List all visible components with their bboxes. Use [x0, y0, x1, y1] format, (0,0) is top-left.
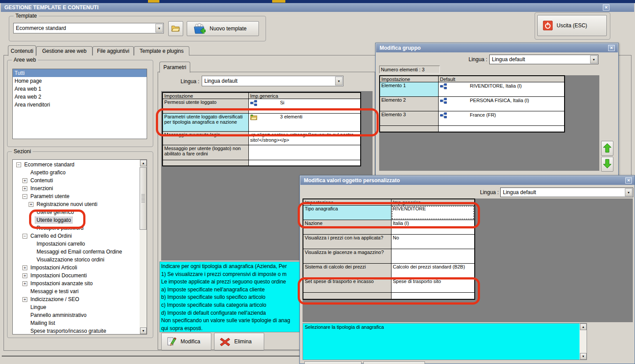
- sezioni-tree[interactable]: −Ecommerce standardAspetto grafico+Conte…: [12, 159, 147, 335]
- chevron-down-icon[interactable]: ▼: [590, 55, 598, 63]
- tree-item[interactable]: +Impostazioni avanzate sito: [13, 279, 139, 287]
- table-row[interactable]: [303, 293, 474, 299]
- tree-item[interactable]: −Carrello ed Ordini: [13, 232, 139, 240]
- tree-item[interactable]: +Inserzioni: [13, 184, 139, 192]
- setting-value[interactable]: Italia (I): [391, 220, 474, 234]
- main-close-button[interactable]: ✕: [603, 4, 609, 11]
- new-template-button[interactable]: Nuovo template: [187, 21, 259, 36]
- table-row[interactable]: Elemento 1RIVENDITORE, Italia (I): [380, 82, 564, 97]
- tree-item[interactable]: Spese trasporto/incasso gratuite: [13, 327, 139, 335]
- table-row[interactable]: [380, 126, 564, 132]
- setting-value[interactable]: No: [391, 235, 474, 249]
- tab-template-e-plugins[interactable]: Template e plugins: [134, 46, 189, 55]
- setting-value[interactable]: Si: [249, 99, 360, 113]
- move-up-button[interactable]: [601, 141, 613, 156]
- tree-item[interactable]: Aspetto grafico: [13, 169, 139, 176]
- tree-expander-icon[interactable]: +: [22, 297, 27, 302]
- setting-value[interactable]: Spese di trasporto sito: [391, 278, 474, 292]
- setting-value[interactable]: 3 elementi: [249, 114, 360, 131]
- tree-scrollbar-thumb[interactable]: [140, 167, 147, 230]
- tree-item[interactable]: Mailing list: [13, 319, 139, 327]
- tree-item[interactable]: Messaggi e testi vari: [13, 287, 139, 295]
- table-row[interactable]: Messaggio per utente (loggato) non abili…: [163, 145, 360, 160]
- partial-button[interactable]: [304, 361, 362, 364]
- modifica-button[interactable]: Modifica: [161, 333, 211, 350]
- tree-item[interactable]: Lingue: [13, 303, 139, 311]
- scroll-down-icon[interactable]: ▼: [580, 353, 587, 360]
- tree-item[interactable]: +Impostazioni Articoli: [13, 264, 139, 272]
- parametri-table[interactable]: ImpostazioneImp.genericaPermessi utente …: [162, 92, 361, 166]
- tree-expander-icon[interactable]: +: [22, 186, 27, 191]
- elimina-button[interactable]: Elimina: [214, 333, 264, 350]
- modifica-gruppo-titlebar[interactable]: Modifica gruppo: [376, 44, 618, 52]
- template-dropdown[interactable]: Ecommerce standard ▼: [13, 23, 164, 33]
- exit-button[interactable]: Uscita (ESC): [537, 15, 607, 36]
- partial-button[interactable]: [363, 361, 425, 364]
- tree-item[interactable]: +Indicizzazione / SEO: [13, 295, 139, 303]
- table-row[interactable]: Set spese di trasporto e incassoSpese di…: [303, 278, 474, 293]
- setting-value[interactable]: RIVENDITORE: [391, 206, 474, 220]
- scroll-up-icon[interactable]: ▲: [580, 324, 587, 330]
- list-item[interactable]: Tutti: [13, 69, 147, 77]
- tree-expander-icon[interactable]: −: [22, 194, 27, 199]
- table-row[interactable]: Visualizza le giacenze a magazzino?: [303, 249, 474, 264]
- list-item[interactable]: Home page: [13, 77, 147, 85]
- setting-value[interactable]: RIVENDITORE, Italia (I): [439, 82, 564, 96]
- chevron-down-icon[interactable]: ▼: [335, 77, 343, 85]
- tree-item[interactable]: Pannello amministrativo: [13, 311, 139, 319]
- tree-item[interactable]: Utente loggato: [13, 216, 139, 224]
- tab-file-aggiuntivi[interactable]: File aggiuntivi: [92, 46, 134, 55]
- tree-item[interactable]: +Registrazione nuovi utenti: [13, 200, 139, 208]
- table-row[interactable]: Messaggio avvenuto login<p align= center…: [163, 132, 360, 145]
- table-row[interactable]: Parametri utente loggato diversificati p…: [163, 114, 360, 132]
- tree-item[interactable]: +Impostazioni Documenti: [13, 272, 139, 279]
- move-down-button[interactable]: [601, 157, 613, 172]
- table-row[interactable]: Tipo anagraficaRIVENDITORE: [303, 206, 474, 220]
- tree-item[interactable]: −Ecommerce standard: [13, 161, 139, 169]
- tree-item[interactable]: +Contenuti: [13, 176, 139, 184]
- gruppo-table[interactable]: ImpostazioneDefaultElemento 1RIVENDITORE…: [379, 75, 565, 132]
- setting-value[interactable]: France (FR): [439, 111, 564, 125]
- lingua-dropdown[interactable]: Lingua default ▼: [202, 76, 343, 86]
- tree-expander-icon[interactable]: +: [22, 281, 27, 286]
- tree-expander-icon[interactable]: +: [22, 178, 27, 183]
- tree-item[interactable]: Utente generico: [13, 208, 139, 216]
- tree-expander-icon[interactable]: −: [16, 162, 21, 167]
- tree-expander-icon[interactable]: +: [22, 273, 27, 278]
- modifica-valori-titlebar[interactable]: Modifica valori oggetto personalizzato: [300, 176, 635, 185]
- tree-item[interactable]: Messaggi ed Email conferma Ordine: [13, 248, 139, 256]
- list-item[interactable]: Area web 2: [13, 93, 147, 101]
- tree-expander-icon[interactable]: +: [22, 265, 27, 270]
- setting-value[interactable]: <p align= center ><strong>Benvenuto sul …: [249, 132, 360, 145]
- tab-contenuti[interactable]: Contenuti: [8, 45, 36, 56]
- tree-item[interactable]: Visualizzazione storico ordini: [13, 256, 139, 264]
- list-item[interactable]: Area web 1: [13, 85, 147, 93]
- tree-expander-icon[interactable]: +: [29, 202, 33, 207]
- setting-value[interactable]: Calcolo dei prezzi standard (B2B): [391, 264, 474, 278]
- scroll-down-icon[interactable]: ▼: [140, 327, 147, 334]
- chevron-down-icon[interactable]: ▼: [625, 188, 632, 196]
- main-window-titlebar[interactable]: GESTIONE TEMPLATE E CONTENUTI: [1, 3, 634, 12]
- modifica-valori-close-button[interactable]: ✕: [625, 177, 632, 184]
- table-row[interactable]: Permessi utente loggatoSi: [163, 99, 360, 114]
- setting-value[interactable]: PERSONA FISICA, Italia (I): [439, 97, 564, 111]
- tab-gestione-aree-web[interactable]: Gestione aree web: [36, 46, 92, 55]
- setting-value[interactable]: [439, 126, 564, 132]
- table-row[interactable]: NazioneItalia (I): [303, 220, 474, 235]
- setting-value[interactable]: [249, 145, 360, 160]
- table-row[interactable]: [163, 160, 360, 165]
- tab-parametri[interactable]: Parametri: [159, 62, 190, 73]
- open-template-folder-button[interactable]: [168, 21, 183, 36]
- scroll-up-icon[interactable]: ▲: [140, 160, 147, 166]
- table-row[interactable]: Visualizza i prezzi con iva applicata?No: [303, 235, 474, 249]
- modifica-gruppo-close-button[interactable]: ✕: [608, 45, 615, 51]
- valori-table[interactable]: ImpostazioneImp.genericaTipo anagraficaR…: [303, 199, 475, 300]
- table-row[interactable]: Elemento 3France (FR): [380, 111, 564, 126]
- setting-value[interactable]: [391, 293, 474, 299]
- tree-item[interactable]: Impostazioni carrello: [13, 240, 139, 248]
- table-row[interactable]: Sistema di calcolo dei prezziCalcolo dei…: [303, 264, 474, 278]
- aree-web-list[interactable]: TuttiHome pageArea web 1Area web 2Area r…: [12, 69, 147, 139]
- list-item[interactable]: Area rivenditori: [13, 101, 147, 109]
- tree-item[interactable]: −Parametri utente: [13, 192, 139, 200]
- table-row[interactable]: Elemento 2PERSONA FISICA, Italia (I): [380, 97, 564, 111]
